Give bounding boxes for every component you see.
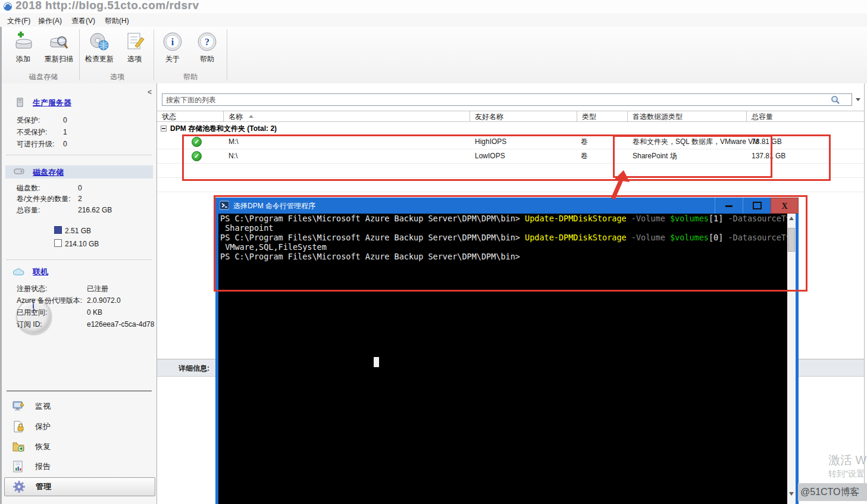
- nav-item-reporting[interactable]: 报告: [4, 458, 154, 475]
- nav-item-recovery[interactable]: 恢复: [4, 438, 154, 456]
- powershell-icon: [220, 201, 229, 210]
- cell-name: N:\: [229, 149, 237, 163]
- options-button[interactable]: 选项: [121, 32, 148, 64]
- search-input[interactable]: [162, 93, 852, 106]
- column-header-capacity[interactable]: 总容量: [747, 111, 864, 122]
- column-header-status[interactable]: 状态: [157, 111, 224, 122]
- dpm-console-window: 2018 http://blog.51cto.com/rdsrv 文件(F) 操…: [0, 0, 867, 504]
- check-update-label: 检查更新: [85, 55, 114, 63]
- row-separator: [157, 192, 864, 192]
- check-update-button[interactable]: 检查更新: [82, 32, 117, 64]
- scroll-down-icon[interactable]: [789, 492, 794, 496]
- sidebar-link-online[interactable]: 联机: [33, 267, 48, 277]
- add-disk-icon: [13, 32, 33, 52]
- legend-used-swatch: [54, 226, 62, 234]
- management-gear-icon: [13, 481, 25, 493]
- search-icon[interactable]: [831, 95, 840, 105]
- table-row[interactable]: ✓ N:\ LowIOPS 卷 SharePoint 场 137.81 GB: [157, 149, 864, 164]
- sidebar-divider: [7, 259, 152, 260]
- options-label: 选项: [127, 55, 142, 63]
- powershell-window-title: 选择DPM 命令行管理程序: [233, 201, 315, 211]
- powershell-title-bar[interactable]: 选择DPM 命令行管理程序 X: [215, 198, 799, 214]
- menu-view[interactable]: 查看(V): [69, 15, 98, 27]
- console-line: Sharepoint: [218, 223, 796, 233]
- sidebar-link-disk-storage[interactable]: 磁盘存储: [33, 167, 64, 178]
- console-scrollbar[interactable]: [787, 214, 796, 504]
- title-watermark: 2018 http://blog.51cto.com/rdsrv: [15, 0, 199, 12]
- powershell-window: 选择DPM 命令行管理程序 X PS C:\Program Files\Micr…: [215, 198, 799, 504]
- details-label: 详细信息:: [179, 364, 209, 374]
- stat-volume-count: 卷/文件夹的数量:2: [17, 194, 82, 204]
- menu-file[interactable]: 文件(F): [5, 15, 33, 27]
- maximize-button[interactable]: [743, 198, 771, 214]
- column-header-type[interactable]: 类型: [577, 111, 628, 122]
- stat-total-capacity: 总容量:216.62 GB: [17, 205, 112, 215]
- nav-item-protection[interactable]: 保护: [4, 418, 154, 436]
- rescan-disk-icon: [49, 32, 69, 52]
- status-ok-icon: ✓: [192, 137, 202, 147]
- legend-free-swatch: [54, 239, 62, 247]
- svg-text:?: ?: [205, 37, 209, 47]
- console-cursor: [374, 357, 379, 367]
- collapse-group-icon[interactable]: [161, 126, 167, 132]
- disk-icon: [14, 168, 24, 175]
- svg-text:i: i: [171, 37, 174, 47]
- column-header-name[interactable]: 名称: [224, 111, 470, 122]
- nav-label: 保护: [35, 418, 51, 436]
- scroll-up-icon[interactable]: [789, 217, 794, 220]
- cell-capacity: 78.81 GB: [752, 134, 782, 149]
- toolbar-separator: [79, 29, 80, 80]
- main-right-edge: [864, 83, 865, 500]
- nav-label: 报告: [35, 458, 51, 475]
- rescan-label: 重新扫描: [45, 55, 73, 63]
- toolbar: 添加 重新扫描 检查更新 选项 i 关于 ? 帮助 磁盘存储 选项 帮助: [0, 27, 867, 84]
- help-icon: ?: [197, 32, 217, 52]
- sidebar-collapse-chevron[interactable]: <: [148, 88, 152, 96]
- stat-disk-count: 磁盘数:0: [17, 183, 82, 193]
- close-button[interactable]: X: [771, 198, 799, 214]
- maximize-icon: [753, 202, 762, 209]
- sidebar-divider: [7, 155, 152, 155]
- sort-ascending-icon: [249, 115, 253, 118]
- stat-used-space: 已用空间:0 KB: [17, 308, 102, 318]
- group-label-options: 选项: [82, 72, 152, 82]
- rescan-button[interactable]: 重新扫描: [40, 32, 77, 64]
- row-separator: [157, 177, 864, 178]
- blog-watermark: @51CTO博客: [800, 486, 860, 499]
- search-dropdown-chevron-icon[interactable]: [856, 98, 860, 101]
- nav-label: 监视: [35, 397, 51, 415]
- goto-settings-watermark: 转到"设置: [828, 469, 865, 480]
- menu-action[interactable]: 操作(A): [36, 15, 64, 27]
- minimize-button[interactable]: [715, 198, 743, 214]
- blog-watermark-strip: @51CTO博客: [798, 483, 867, 501]
- close-icon: X: [781, 202, 787, 211]
- about-label: 关于: [165, 55, 180, 63]
- stat-unprotected: 不受保护:1: [17, 127, 67, 137]
- menu-help[interactable]: 帮助(H): [102, 15, 132, 27]
- nav-item-monitoring[interactable]: 监视: [4, 397, 154, 415]
- table-row[interactable]: ✓ M:\ HighIOPS 卷 卷和文件夹，SQL 数据库，VMware VM…: [157, 134, 864, 149]
- options-icon: [124, 32, 145, 52]
- about-button[interactable]: i 关于: [159, 32, 186, 64]
- check-update-icon: [89, 32, 109, 52]
- search-bar: [162, 93, 864, 107]
- column-header-preferred-datasource[interactable]: 首选数据源类型: [628, 111, 747, 122]
- recovery-icon: [12, 441, 24, 453]
- sidebar-divider: [7, 390, 152, 392]
- nav-item-management[interactable]: 管理: [4, 477, 155, 496]
- help-label: 帮助: [200, 55, 214, 63]
- scrollbar-thumb[interactable]: [788, 228, 795, 252]
- add-label: 添加: [16, 55, 30, 63]
- help-button[interactable]: ? 帮助: [194, 32, 220, 64]
- stat-protected: 受保护:0: [17, 115, 67, 126]
- cell-preferred-datasource: SharePoint 场: [633, 149, 677, 163]
- column-header-friendly-name[interactable]: 友好名称: [470, 111, 577, 122]
- stat-registration: 注册状态:已注册: [17, 284, 108, 294]
- console-output[interactable]: PS C:\Program Files\Microsoft Azure Back…: [218, 214, 796, 504]
- sidebar-link-production-servers[interactable]: 生产服务器: [33, 98, 71, 108]
- reporting-icon: [12, 461, 24, 472]
- add-button[interactable]: 添加: [10, 32, 37, 64]
- group-label-disk-storage: 磁盘存储: [10, 72, 77, 82]
- server-icon: [16, 98, 24, 107]
- cell-preferred-datasource: 卷和文件夹，SQL 数据库，VMware VM: [633, 134, 759, 149]
